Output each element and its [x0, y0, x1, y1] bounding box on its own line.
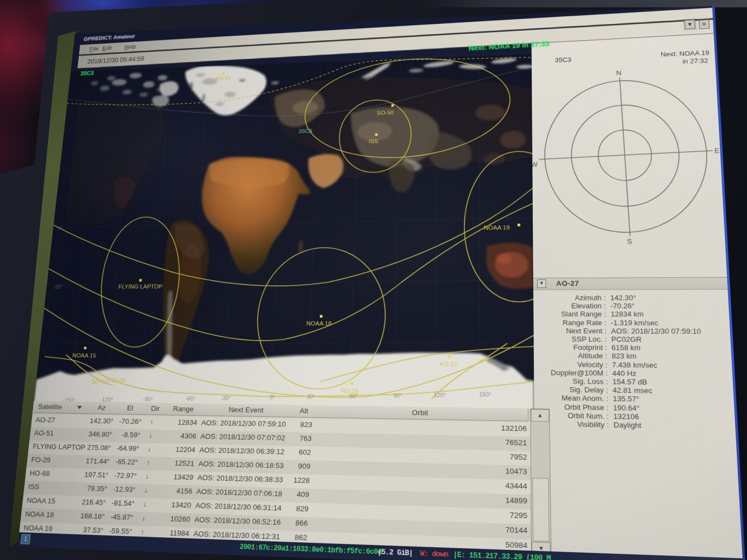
svg-text:0°: 0° — [58, 225, 63, 231]
svg-text:-30°: -30° — [221, 395, 231, 401]
svg-text:-30°: -30° — [53, 284, 63, 290]
svg-text:60°: 60° — [349, 393, 358, 399]
svg-text:ISS: ISS — [369, 138, 378, 144]
svg-text:-60°: -60° — [185, 396, 196, 402]
svg-text:30°: 30° — [306, 394, 315, 400]
svg-text:0°: 0° — [269, 394, 275, 400]
svg-text:E: E — [714, 146, 720, 154]
svg-text:35C3: 35C3 — [80, 70, 94, 76]
svg-text:FLYING LAPTOP: FLYING LAPTOP — [118, 283, 163, 290]
svg-text:NOAA 19: NOAA 19 — [484, 224, 510, 231]
svg-text:35C3: 35C3 — [299, 128, 312, 134]
svg-text:150°: 150° — [479, 392, 491, 398]
svg-text:S: S — [627, 237, 632, 245]
svg-text:SO-50: SO-50 — [377, 109, 394, 116]
svg-text:HO-68: HO-68 — [108, 377, 126, 384]
svg-text:90°: 90° — [393, 393, 402, 399]
svg-text:SO-67: SO-67 — [91, 378, 108, 385]
svg-text:NOAA 15: NOAA 15 — [72, 352, 96, 359]
svg-text:-90°: -90° — [143, 396, 153, 402]
svg-text:N: N — [616, 69, 621, 76]
svg-text:W: W — [532, 161, 538, 168]
svg-text:AO-51: AO-51 — [215, 75, 231, 81]
svg-text:120°: 120° — [434, 392, 446, 398]
svg-text:AO-27: AO-27 — [439, 361, 458, 368]
svg-text:NOAA 18: NOAA 18 — [306, 320, 332, 327]
